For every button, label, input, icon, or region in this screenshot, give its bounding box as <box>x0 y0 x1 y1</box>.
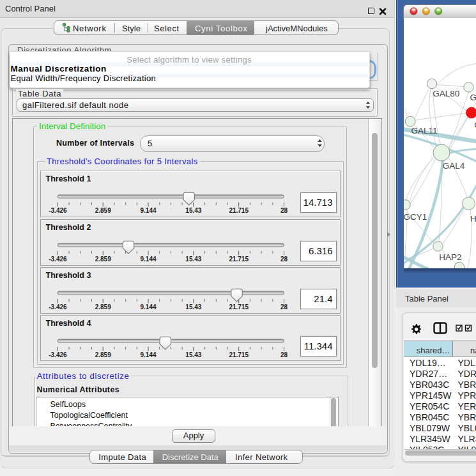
svg-text:HAP2: HAP2 <box>439 252 461 261</box>
svg-text:-3.426: -3.426 <box>49 351 67 358</box>
svg-text:GAL2: GAL2 <box>470 92 476 102</box>
svg-text:-3.426: -3.426 <box>49 256 67 263</box>
svg-text:21.715: 21.715 <box>229 256 249 263</box>
svg-text:28: 28 <box>280 303 288 311</box>
svg-text:2.859: 2.859 <box>95 256 111 263</box>
svg-text:9.144: 9.144 <box>141 256 157 263</box>
svg-text:GAL4: GAL4 <box>442 161 464 171</box>
svg-text:HAP1: HAP1 <box>470 213 476 223</box>
svg-text:2.859: 2.859 <box>95 207 111 214</box>
svg-text:28: 28 <box>280 207 288 214</box>
svg-text:21.715: 21.715 <box>229 351 249 358</box>
svg-text:GCY1: GCY1 <box>404 211 427 221</box>
svg-text:15.43: 15.43 <box>185 351 201 358</box>
svg-text:-3.426: -3.426 <box>49 207 67 214</box>
svg-text:9.144: 9.144 <box>141 303 157 311</box>
svg-text:15.43: 15.43 <box>185 303 201 311</box>
svg-text:28: 28 <box>280 351 288 358</box>
svg-text:2.859: 2.859 <box>95 351 111 358</box>
svg-text:15.43: 15.43 <box>185 256 201 263</box>
svg-text:9.144: 9.144 <box>141 351 157 358</box>
svg-text:15.43: 15.43 <box>185 207 201 214</box>
svg-text:9.144: 9.144 <box>141 207 157 214</box>
svg-text:28: 28 <box>280 256 288 263</box>
svg-text:21.715: 21.715 <box>229 303 249 311</box>
svg-text:2.859: 2.859 <box>95 303 111 311</box>
svg-text:GAL11: GAL11 <box>411 125 437 135</box>
svg-text:GAL80: GAL80 <box>433 88 459 98</box>
svg-text:21.715: 21.715 <box>229 207 249 214</box>
svg-text:-3.426: -3.426 <box>49 303 67 311</box>
